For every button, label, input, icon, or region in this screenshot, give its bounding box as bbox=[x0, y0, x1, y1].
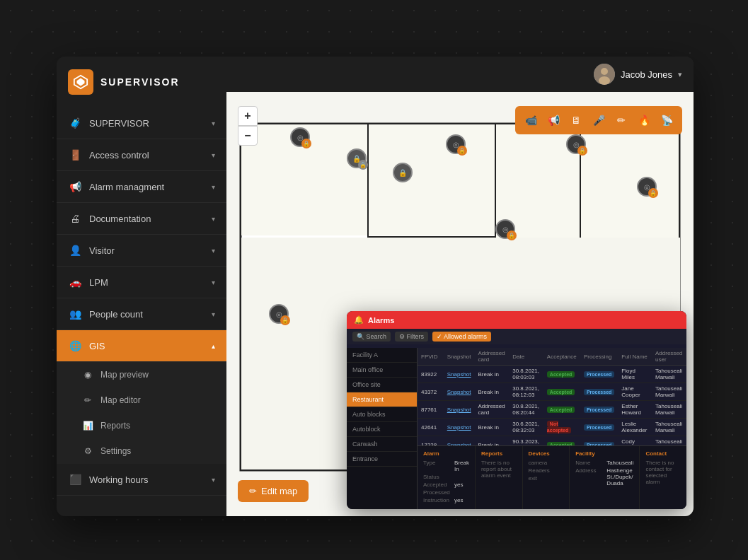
detail-reports-title: Reports bbox=[481, 450, 517, 457]
alarms-header: 🔔 Alarms bbox=[347, 311, 686, 329]
sidebar-item-visitor[interactable]: 👤 Visitor ▾ bbox=[57, 235, 226, 267]
alarms-table: FPVID Snapshot Addressed card Date Accep… bbox=[418, 348, 686, 445]
cell-acceptance: Not accepted bbox=[543, 419, 580, 436]
sidebar: SUPERVISOR 🧳 SUPERVISOR ▾ 🚪 Access contr… bbox=[57, 57, 226, 516]
cell-acceptance: Accepted bbox=[543, 366, 580, 383]
toolbar-signal-btn[interactable]: 📡 bbox=[657, 110, 677, 130]
col-card: Addressed card bbox=[475, 348, 510, 366]
device-6: ◎ 🔒 bbox=[566, 134, 589, 157]
cell-user: Tahouseali Marwali bbox=[652, 383, 686, 401]
chevron-access-control: ▾ bbox=[212, 151, 215, 159]
toolbar-draw-btn[interactable]: ✏ bbox=[611, 110, 631, 130]
sidebar-label-people-count: People count bbox=[89, 309, 143, 320]
toolbar-camera-btn[interactable]: 📹 bbox=[521, 110, 541, 130]
logo-icon bbox=[68, 69, 93, 95]
lpm-icon: 🚗 bbox=[68, 275, 82, 289]
chevron-gis: ▴ bbox=[212, 342, 215, 350]
cell-name: Leslie Alexander bbox=[618, 419, 652, 436]
map-controls: + − bbox=[238, 106, 258, 146]
alarms-filter-btn[interactable]: ⚙ Filters bbox=[395, 332, 428, 342]
cell-name: Jane Cooper bbox=[618, 383, 652, 401]
map-preview-icon: ◉ bbox=[82, 369, 93, 380]
cell-snapshot: Snapshot bbox=[444, 383, 475, 401]
sidebar-label-access-control: Access control bbox=[89, 150, 149, 161]
alarms-sidebar-item-5[interactable]: Autoblock bbox=[347, 422, 417, 437]
sidebar-item-supervisor[interactable]: 🧳 SUPERVISOR ▾ bbox=[57, 107, 226, 139]
map-toolbar: 📹 📢 🖥 🎤 ✏ 🔥 📡 bbox=[515, 106, 682, 134]
gis-icon: 🌐 bbox=[68, 339, 82, 353]
main-container: SUPERVISOR 🧳 SUPERVISOR ▾ 🚪 Access contr… bbox=[57, 57, 694, 516]
alarms-sidebar-item-7[interactable]: Entrance bbox=[347, 452, 417, 467]
device-1: ◎ 🔒 bbox=[290, 127, 313, 150]
cell-snapshot: Snapshot bbox=[444, 366, 475, 383]
supervisor-icon: 🧳 bbox=[68, 116, 82, 130]
alarms-search-btn[interactable]: 🔍 Search bbox=[352, 332, 391, 342]
sidebar-logo: SUPERVISOR bbox=[57, 57, 226, 107]
cell-user: Tahouseali Marwali bbox=[652, 401, 686, 419]
col-acceptance: Acceptance bbox=[543, 348, 580, 366]
detail-devices-title: Devices bbox=[529, 450, 564, 457]
alarms-sidebar-item-1[interactable]: Main office bbox=[347, 363, 417, 378]
sidebar-label-working-hours: Working hours bbox=[89, 474, 149, 485]
toolbar-screen-btn[interactable]: 🖥 bbox=[566, 110, 586, 130]
table-row[interactable]: 87761 Snapshot Addressed card 30.8.2021,… bbox=[418, 401, 686, 419]
cell-card: Break in bbox=[475, 436, 510, 446]
cell-fpvid: 42641 bbox=[418, 419, 444, 436]
sidebar-item-documentation[interactable]: 🖨 Documentation ▾ bbox=[57, 203, 226, 235]
map-area: ◎ 🔒 🔒 🔒 ◎ 🔒 🔒 bbox=[226, 92, 694, 516]
user-info[interactable]: Jacob Jones ▾ bbox=[594, 64, 682, 85]
table-row[interactable]: 17228 Snapshot Break in 90.3.2023, 08:20… bbox=[418, 436, 686, 446]
toolbar-mic-btn[interactable]: 🎤 bbox=[589, 110, 609, 130]
cell-name: Cody Fisher bbox=[618, 436, 652, 446]
toolbar-speaker-btn[interactable]: 📢 bbox=[543, 110, 563, 130]
gis-submenu: ◉ Map preview ✏ Map editor 📊 Reports ⚙ S… bbox=[57, 362, 226, 464]
sidebar-item-gis[interactable]: 🌐 GIS ▴ bbox=[57, 330, 226, 362]
edit-map-button[interactable]: ✏ Edit map bbox=[238, 480, 309, 502]
detail-reports-note: There is no report about alarm event bbox=[481, 460, 517, 479]
detail-contact-title: Contact bbox=[645, 450, 681, 457]
sidebar-item-settings[interactable]: ⚙ Settings bbox=[57, 438, 226, 464]
chevron-people-count: ▾ bbox=[212, 310, 215, 318]
sidebar-item-lpm[interactable]: 🚗 LPM ▾ bbox=[57, 267, 226, 298]
alarms-sidebar-item-2[interactable]: Office site bbox=[347, 378, 417, 392]
cell-date: 30.8.2021, 08:03:03 bbox=[509, 366, 543, 383]
sidebar-label-visitor: Visitor bbox=[89, 245, 115, 256]
sidebar-item-alarm-management[interactable]: 📢 Alarm managment ▾ bbox=[57, 171, 226, 203]
user-name: Jacob Jones bbox=[621, 69, 672, 80]
topbar: Jacob Jones ▾ bbox=[226, 57, 694, 92]
alarms-sidebar-item-0[interactable]: Facility A bbox=[347, 348, 417, 363]
user-avatar bbox=[594, 64, 615, 85]
alarms-sidebar: Facility A Main office Office site Resta… bbox=[347, 348, 418, 509]
sidebar-item-map-preview[interactable]: ◉ Map preview bbox=[57, 362, 226, 387]
alarms-sidebar-item-4[interactable]: Auto blocks bbox=[347, 407, 417, 422]
sub-label-settings: Settings bbox=[100, 446, 131, 456]
cell-acceptance: Accepted bbox=[543, 436, 580, 446]
detail-facility-col: Facility NameTahouseali AddressHashenge … bbox=[570, 446, 640, 509]
sidebar-item-reports[interactable]: 📊 Reports bbox=[57, 413, 226, 438]
svg-point-3 bbox=[601, 68, 608, 75]
cell-acceptance: Accepted bbox=[543, 401, 580, 419]
cell-user: Tahouseali Marwali bbox=[652, 419, 686, 436]
table-row[interactable]: 42641 Snapshot Break in 30.6.2021, 08:32… bbox=[418, 419, 686, 436]
cell-card: Addressed card bbox=[475, 401, 510, 419]
sidebar-item-map-editor[interactable]: ✏ Map editor bbox=[57, 387, 226, 413]
sidebar-item-people-count[interactable]: 👥 People count ▾ bbox=[57, 298, 226, 330]
sidebar-item-access-control[interactable]: 🚪 Access control ▾ bbox=[57, 139, 226, 171]
zoom-in-button[interactable]: + bbox=[238, 106, 258, 126]
zoom-out-button[interactable]: − bbox=[238, 126, 258, 146]
edit-map-icon: ✏ bbox=[249, 486, 257, 496]
alarms-sidebar-item-6[interactable]: Carwash bbox=[347, 437, 417, 452]
detail-contact-col: Contact There is no contact for selected… bbox=[640, 446, 686, 509]
visitor-icon: 👤 bbox=[68, 243, 82, 257]
alarms-allowed-btn[interactable]: ✓ Allowed alarms bbox=[432, 332, 491, 342]
table-row[interactable]: 83922 Snapshot Break in 30.8.2021, 08:03… bbox=[418, 366, 686, 383]
chevron-lpm: ▾ bbox=[212, 279, 215, 286]
alarms-sidebar-item-3[interactable]: Restaurant bbox=[347, 392, 417, 407]
svg-point-4 bbox=[599, 76, 610, 85]
cell-processing: Processed bbox=[580, 383, 618, 401]
toolbar-fire-btn[interactable]: 🔥 bbox=[634, 110, 654, 130]
sidebar-item-working-hours[interactable]: ⬛ Working hours ▾ bbox=[57, 464, 226, 496]
cell-user: Tahouseali Marwali bbox=[652, 366, 686, 383]
col-processing: Processing bbox=[580, 348, 618, 366]
table-row[interactable]: 43372 Snapshot Break in 30.8.2021, 08:12… bbox=[418, 383, 686, 401]
